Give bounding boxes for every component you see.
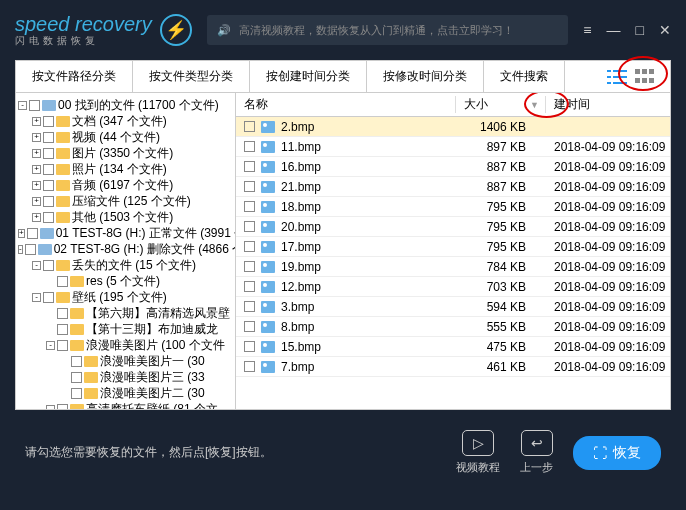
tab-path[interactable]: 按文件路径分类 (16, 61, 133, 92)
expand-icon[interactable]: - (46, 341, 55, 350)
checkbox[interactable] (244, 141, 255, 152)
file-row[interactable]: 12.bmp703 KB2018-04-09 09:16:09 (236, 277, 670, 297)
checkbox[interactable] (43, 260, 54, 271)
tab-type[interactable]: 按文件类型分类 (133, 61, 250, 92)
checkbox[interactable] (57, 308, 68, 319)
file-row[interactable]: 19.bmp784 KB2018-04-09 09:16:09 (236, 257, 670, 277)
tree-row[interactable]: +01 TEST-8G (H:) 正常文件 (3991 个文 (18, 225, 233, 241)
menu-icon[interactable]: ≡ (583, 22, 591, 38)
maximize-button[interactable]: □ (636, 22, 644, 38)
checkbox[interactable] (43, 180, 54, 191)
tree-row[interactable]: -00 找到的文件 (11700 个文件) (18, 97, 233, 113)
expand-icon[interactable]: + (32, 181, 41, 190)
tree-row[interactable]: +视频 (44 个文件) (18, 129, 233, 145)
file-row[interactable]: 7.bmp461 KB2018-04-09 09:16:09 (236, 357, 670, 377)
folder-tree[interactable]: -00 找到的文件 (11700 个文件)+文档 (347 个文件)+视频 (4… (16, 93, 236, 409)
checkbox[interactable] (57, 276, 68, 287)
file-row[interactable]: 8.bmp555 KB2018-04-09 09:16:09 (236, 317, 670, 337)
tab-created[interactable]: 按创建时间分类 (250, 61, 367, 92)
tree-row[interactable]: 浪漫唯美图片三 (33 (18, 369, 233, 385)
checkbox[interactable] (244, 161, 255, 172)
file-row[interactable]: 16.bmp887 KB2018-04-09 09:16:09 (236, 157, 670, 177)
tree-row[interactable]: -壁纸 (195 个文件) (18, 289, 233, 305)
recover-button[interactable]: ⛶ 恢复 (573, 436, 661, 470)
checkbox[interactable] (43, 132, 54, 143)
expand-icon[interactable]: + (32, 133, 41, 142)
tree-row[interactable]: -浪漫唯美图片 (100 个文件 (18, 337, 233, 353)
minimize-button[interactable]: — (607, 22, 621, 38)
checkbox[interactable] (244, 241, 255, 252)
checkbox[interactable] (244, 301, 255, 312)
tree-row[interactable]: -高清摩托车壁纸 (81 个文 (18, 401, 233, 409)
expand-icon[interactable]: + (32, 149, 41, 158)
tree-row[interactable]: +压缩文件 (125 个文件) (18, 193, 233, 209)
expand-icon[interactable]: - (18, 245, 23, 254)
tip-banner[interactable]: 🔊 高清视频教程，数据恢复从入门到精通，点击立即学习！ (207, 15, 569, 45)
checkbox[interactable] (71, 388, 82, 399)
checkbox[interactable] (27, 228, 38, 239)
tab-search[interactable]: 文件搜索 (484, 61, 565, 92)
tree-row[interactable]: 浪漫唯美图片一 (30 (18, 353, 233, 369)
grid-view-icon[interactable] (635, 69, 655, 85)
file-row[interactable]: 21.bmp887 KB2018-04-09 09:16:09 (236, 177, 670, 197)
tree-row[interactable]: 浪漫唯美图片二 (30 (18, 385, 233, 401)
expand-icon[interactable]: + (18, 229, 25, 238)
expand-icon[interactable]: - (46, 405, 55, 410)
expand-icon[interactable]: - (32, 293, 41, 302)
column-size[interactable]: 大小▼ (456, 96, 546, 113)
checkbox[interactable] (43, 148, 54, 159)
file-row[interactable]: 11.bmp897 KB2018-04-09 09:16:09 (236, 137, 670, 157)
tree-row[interactable]: +图片 (3350 个文件) (18, 145, 233, 161)
tab-modified[interactable]: 按修改时间分类 (367, 61, 484, 92)
expand-icon[interactable]: - (18, 101, 27, 110)
tree-row[interactable]: +音频 (6197 个文件) (18, 177, 233, 193)
file-time: 2018-04-09 09:16:09 (546, 260, 670, 274)
checkbox[interactable] (244, 321, 255, 332)
checkbox[interactable] (57, 404, 68, 410)
checkbox[interactable] (29, 100, 40, 111)
checkbox[interactable] (244, 361, 255, 372)
expand-icon[interactable]: - (32, 261, 41, 270)
checkbox[interactable] (71, 372, 82, 383)
file-row[interactable]: 3.bmp594 KB2018-04-09 09:16:09 (236, 297, 670, 317)
checkbox[interactable] (57, 340, 68, 351)
file-row[interactable]: 17.bmp795 KB2018-04-09 09:16:09 (236, 237, 670, 257)
close-button[interactable]: ✕ (659, 22, 671, 38)
column-name[interactable]: 名称 (236, 96, 456, 113)
checkbox[interactable] (244, 281, 255, 292)
checkbox[interactable] (244, 341, 255, 352)
video-tutorial-button[interactable]: ▷ 视频教程 (456, 430, 500, 475)
checkbox[interactable] (43, 292, 54, 303)
file-row[interactable]: 2.bmp1406 KB (236, 117, 670, 137)
file-row[interactable]: 15.bmp475 KB2018-04-09 09:16:09 (236, 337, 670, 357)
checkbox[interactable] (244, 181, 255, 192)
tree-row[interactable]: +文档 (347 个文件) (18, 113, 233, 129)
tree-row[interactable]: -丢失的文件 (15 个文件) (18, 257, 233, 273)
tree-row[interactable]: -02 TEST-8G (H:) 删除文件 (4866 个文 (18, 241, 233, 257)
tree-row[interactable]: +其他 (1503 个文件) (18, 209, 233, 225)
checkbox[interactable] (71, 356, 82, 367)
checkbox[interactable] (43, 164, 54, 175)
checkbox[interactable] (43, 116, 54, 127)
checkbox[interactable] (43, 196, 54, 207)
expand-icon[interactable]: + (32, 197, 41, 206)
checkbox[interactable] (244, 121, 255, 132)
expand-icon[interactable]: + (32, 117, 41, 126)
file-row[interactable]: 20.bmp795 KB2018-04-09 09:16:09 (236, 217, 670, 237)
checkbox[interactable] (244, 221, 255, 232)
file-row[interactable]: 18.bmp795 KB2018-04-09 09:16:09 (236, 197, 670, 217)
column-time[interactable]: 建时间 (546, 96, 670, 113)
tree-row[interactable]: 【第十三期】布加迪威龙 (18, 321, 233, 337)
checkbox[interactable] (244, 201, 255, 212)
expand-icon[interactable]: + (32, 213, 41, 222)
tree-row[interactable]: +照片 (134 个文件) (18, 161, 233, 177)
checkbox[interactable] (43, 212, 54, 223)
tree-row[interactable]: 【第六期】高清精选风景壁 (18, 305, 233, 321)
tree-row[interactable]: res (5 个文件) (18, 273, 233, 289)
checkbox[interactable] (25, 244, 36, 255)
list-view-icon[interactable] (607, 69, 627, 85)
expand-icon[interactable]: + (32, 165, 41, 174)
checkbox[interactable] (57, 324, 68, 335)
back-button[interactable]: ↩ 上一步 (520, 430, 553, 475)
checkbox[interactable] (244, 261, 255, 272)
